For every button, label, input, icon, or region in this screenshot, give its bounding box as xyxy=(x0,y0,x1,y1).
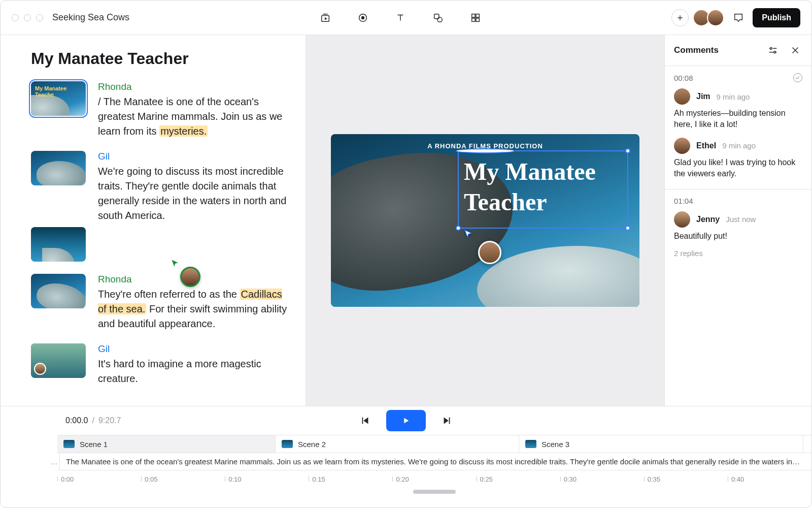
window-controls xyxy=(12,14,43,21)
comment-timestamp[interactable]: 01:04 xyxy=(674,197,693,205)
traffic-light-close[interactable] xyxy=(12,14,19,21)
scene-thumbnail[interactable] xyxy=(31,227,86,262)
shapes-icon[interactable] xyxy=(431,11,445,25)
avatar xyxy=(674,211,690,228)
ellipsis-icon[interactable]: … xyxy=(49,453,60,470)
speaker-name: Rhonda xyxy=(98,274,290,285)
resize-handle[interactable] xyxy=(456,226,461,231)
scene-segment[interactable]: Scene 1 xyxy=(57,435,276,453)
scene-thumbnail[interactable] xyxy=(31,343,86,378)
toolbar-center xyxy=(139,11,662,25)
speaker-name: Gil xyxy=(98,343,290,355)
highlighted-text: mysteries. xyxy=(159,125,208,137)
svg-rect-8 xyxy=(472,18,475,21)
ruler-tick: 0:20 xyxy=(392,475,476,483)
clip-icon xyxy=(525,440,536,448)
collaborator-bubble xyxy=(478,241,501,264)
collaborator-avatars[interactable] xyxy=(696,9,724,26)
play-button[interactable] xyxy=(386,410,426,431)
svg-point-5 xyxy=(437,17,442,22)
invite-button[interactable] xyxy=(671,9,689,26)
toolbar-right: Publish xyxy=(671,8,800,27)
scene-segment[interactable]: Scene 3 xyxy=(519,435,803,453)
scene-segment[interactable]: Scene 2 xyxy=(276,435,519,453)
svg-rect-9 xyxy=(476,18,479,21)
script-line[interactable]: Gil It's hard to imagine a more magestic… xyxy=(31,343,290,386)
ruler-tick: 0:40 xyxy=(728,475,811,483)
time-duration: 9:20.7 xyxy=(98,416,121,425)
media-icon[interactable] xyxy=(318,11,332,25)
comment-author: Ethel xyxy=(696,141,716,150)
comment-body: Beautifully put! xyxy=(674,231,802,242)
traffic-light-max[interactable] xyxy=(36,14,43,21)
ruler-tick: 0:00 xyxy=(57,475,141,483)
comment-time: 9 min ago xyxy=(717,92,750,101)
svg-point-10 xyxy=(770,48,772,50)
resize-handle[interactable] xyxy=(456,148,515,153)
scene-thumbnail[interactable]: My ManateeTeache xyxy=(31,81,86,116)
video-frame[interactable]: A RHONDA FILMS PRODUCTION My ManateeTeac… xyxy=(331,134,639,307)
avatar[interactable] xyxy=(707,9,724,26)
comment-timestamp[interactable]: 00:08 xyxy=(674,74,693,82)
caption-text[interactable]: The Manatee is one of the ocean's greate… xyxy=(60,457,811,466)
traffic-light-min[interactable] xyxy=(24,14,31,21)
timeline[interactable]: Scene 1Scene 2Scene 3 … The Manatee is o… xyxy=(1,435,811,494)
scrollbar-thumb[interactable] xyxy=(413,490,456,494)
main-area: My Manatee Teacher My ManateeTeache Rhon… xyxy=(1,35,811,406)
title-text[interactable]: My ManateeTeacher xyxy=(464,156,622,217)
script-text[interactable]: / The Manatee is one of the ocean's grea… xyxy=(98,94,290,139)
resolve-icon[interactable] xyxy=(793,73,802,82)
comment-author: Jenny xyxy=(696,215,720,224)
comments-panel: Comments 00:08 Jim 9 min ago Ah mysterie… xyxy=(664,35,811,406)
script-line[interactable]: My ManateeTeache Rhonda / The Manatee is… xyxy=(31,81,290,139)
caption-track[interactable]: … The Manatee is one of the ocean's grea… xyxy=(57,453,811,470)
script-text[interactable]: They're often referred to as the Cadilla… xyxy=(98,287,290,331)
time-ruler[interactable]: 0:000:050:100:150:200:250:300:350:40 xyxy=(57,470,811,488)
canvas-stage[interactable]: A RHONDA FILMS PRODUCTION My ManateeTeac… xyxy=(306,35,664,406)
cursor-icon xyxy=(463,229,474,242)
svg-point-3 xyxy=(361,16,364,19)
replies-link[interactable]: 2 replies xyxy=(674,249,802,258)
script-line[interactable] xyxy=(31,227,290,262)
clip-icon xyxy=(63,440,75,448)
record-icon[interactable] xyxy=(356,11,370,25)
resize-handle[interactable] xyxy=(625,226,630,231)
scene-label: Scene 2 xyxy=(298,440,326,449)
svg-marker-14 xyxy=(444,418,449,424)
comments-icon[interactable] xyxy=(731,11,746,25)
scene-track[interactable]: Scene 1Scene 2Scene 3 xyxy=(57,435,811,453)
avatar xyxy=(674,138,690,154)
document-title[interactable]: Seeking Sea Cows xyxy=(52,12,129,23)
comment-body: Glad you like! I was trying to hook the … xyxy=(674,157,802,180)
ruler-tick: 0:10 xyxy=(225,475,309,483)
clip-icon xyxy=(282,440,293,448)
grid-icon[interactable] xyxy=(468,11,483,25)
script-panel: My Manatee Teacher My ManateeTeache Rhon… xyxy=(1,35,306,406)
title-selection-box[interactable]: My ManateeTeacher xyxy=(458,150,628,229)
title-bar: Seeking Sea Cows Publish xyxy=(1,1,811,35)
script-text[interactable]: We're going to discuss its most incredib… xyxy=(98,164,290,223)
script-list: My ManateeTeache Rhonda / The Manatee is… xyxy=(31,81,290,386)
close-icon[interactable] xyxy=(788,43,802,57)
comment-thread[interactable]: 01:04 Jenny Just now Beautifully put! 2 … xyxy=(665,189,811,267)
publish-button[interactable]: Publish xyxy=(753,8,800,27)
comment-time: 9 min ago xyxy=(722,141,756,150)
filter-icon[interactable] xyxy=(766,43,780,57)
speaker-name: Gil xyxy=(98,151,290,162)
skip-back-icon[interactable] xyxy=(358,414,372,428)
svg-point-11 xyxy=(774,51,776,53)
comments-header: Comments xyxy=(665,35,811,66)
skip-forward-icon[interactable] xyxy=(440,414,454,428)
script-line[interactable]: Gil We're going to discuss its most incr… xyxy=(31,151,290,223)
comment-author: Jim xyxy=(696,92,710,101)
speaker-name: Rhonda xyxy=(98,81,290,92)
scene-thumbnail[interactable] xyxy=(31,274,86,308)
scene-label: Scene 3 xyxy=(542,440,569,449)
scene-thumbnail[interactable] xyxy=(31,151,86,185)
resize-handle[interactable] xyxy=(625,148,630,153)
ruler-tick: 0:25 xyxy=(477,475,560,483)
comment-thread[interactable]: 00:08 Jim 9 min ago Ah mysteries—buildin… xyxy=(665,66,811,189)
text-icon[interactable] xyxy=(393,11,408,25)
script-text[interactable]: It's hard to imagine a more magestic cre… xyxy=(98,357,290,386)
script-line[interactable]: Rhonda They're often referred to as the … xyxy=(31,274,290,331)
